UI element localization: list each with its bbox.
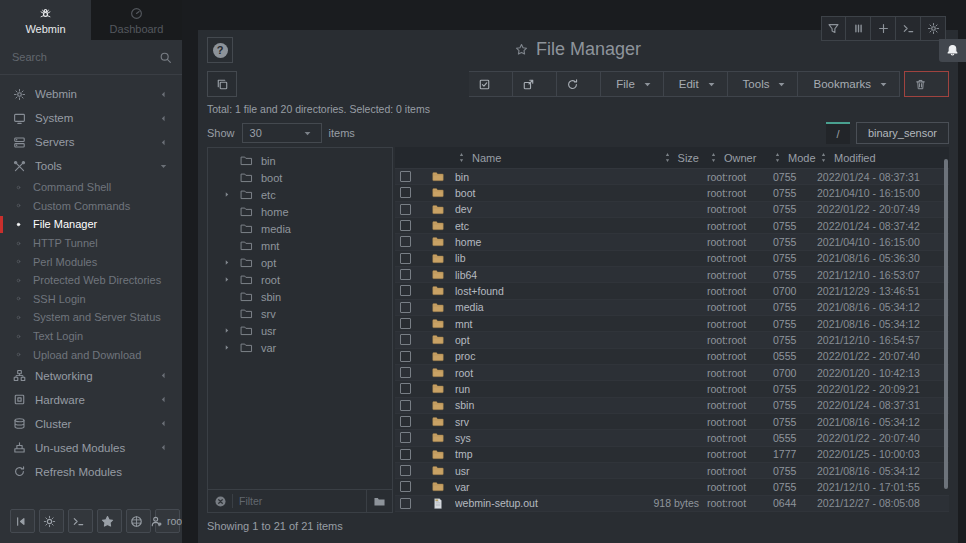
page-size-select[interactable]: 30 xyxy=(242,123,322,143)
mnt[interactable]: mnt root:root 0755 2021/08/16 - 05:34:12 xyxy=(395,316,949,332)
usr[interactable]: usr root:root 0755 2021/08/16 - 05:34:12 xyxy=(395,463,949,479)
lib[interactable]: lib root:root 0755 2021/08/16 - 05:36:30 xyxy=(395,251,949,267)
cell-name[interactable]: proc xyxy=(455,350,611,362)
favorites-button[interactable] xyxy=(97,509,122,533)
caret-right-icon[interactable] xyxy=(222,256,232,269)
cell-name[interactable]: opt xyxy=(455,334,611,346)
collapse-sidebar-button[interactable] xyxy=(10,509,35,533)
tab-webmin[interactable]: Webmin xyxy=(0,0,91,40)
row-checkbox[interactable] xyxy=(400,334,411,345)
media[interactable]: media root:root 0755 2021/08/16 - 05:34:… xyxy=(395,300,949,316)
sidebar-item-protected-web-directories[interactable]: Protected Web Directories xyxy=(0,271,182,290)
column-header-modified[interactable]: Modified xyxy=(817,151,939,164)
columns-button[interactable] xyxy=(846,16,871,41)
sort-icon[interactable] xyxy=(771,151,784,164)
user-button[interactable]: root xyxy=(155,509,180,533)
file-menu-button[interactable]: File xyxy=(601,71,664,97)
cell-name[interactable]: sbin xyxy=(455,399,611,411)
cell-name[interactable]: etc xyxy=(455,220,611,232)
row-checkbox[interactable] xyxy=(400,498,411,509)
paste-export-button[interactable] xyxy=(513,71,557,97)
sidebar-item-servers[interactable]: Servers xyxy=(0,130,182,154)
sort-icon[interactable] xyxy=(707,151,720,164)
breadcrumb-current[interactable]: binary_sensor xyxy=(856,122,949,144)
caret-right-icon[interactable] xyxy=(222,273,232,286)
row-checkbox[interactable] xyxy=(400,351,411,362)
tree-item[interactable]: usr xyxy=(208,322,392,339)
etc[interactable]: etc root:root 0755 2022/01/24 - 08:37:42 xyxy=(395,218,949,234)
sort-icon[interactable] xyxy=(817,151,830,164)
notifications-bell-button[interactable] xyxy=(939,39,966,62)
new-tab-button[interactable] xyxy=(871,16,896,41)
row-checkbox[interactable] xyxy=(400,269,411,280)
sidebar-item-file-manager[interactable]: File Manager xyxy=(0,215,182,234)
cell-name[interactable]: dev xyxy=(455,203,611,215)
row-checkbox[interactable] xyxy=(400,400,411,411)
cell-name[interactable]: mnt xyxy=(455,318,611,330)
filter-button[interactable] xyxy=(821,16,846,41)
sidebar-item-system-and-server-status[interactable]: System and Server Status xyxy=(0,308,182,327)
cell-name[interactable]: lib64 xyxy=(455,269,611,281)
goto-folder-button[interactable] xyxy=(366,490,392,512)
row-checkbox[interactable] xyxy=(400,416,411,427)
webmin-setup.out[interactable]: webmin-setup.out 918 bytes root:root 064… xyxy=(395,496,949,512)
sidebar-item-ssh-login[interactable]: SSH Login xyxy=(0,290,182,309)
bin[interactable]: bin root:root 0755 2022/01/24 - 08:37:31 xyxy=(395,169,949,185)
sidebar-item-networking[interactable]: Networking xyxy=(0,364,182,388)
sidebar-item-hardware[interactable]: Hardware xyxy=(0,388,182,412)
cell-name[interactable]: tmp xyxy=(455,448,611,460)
cell-name[interactable]: srv xyxy=(455,416,611,428)
sidebar-item-cluster[interactable]: Cluster xyxy=(0,412,182,436)
column-header-size[interactable]: Size xyxy=(611,151,701,164)
shell-button[interactable] xyxy=(68,509,93,533)
tree-item[interactable]: etc xyxy=(208,186,392,203)
tree-item[interactable]: home xyxy=(208,203,392,220)
opt[interactable]: opt root:root 0755 2021/12/10 - 16:54:57 xyxy=(395,332,949,348)
breadcrumb-root[interactable]: / xyxy=(826,122,850,144)
sidebar-item-command-shell[interactable]: Command Shell xyxy=(0,178,182,197)
var[interactable]: var root:root 0755 2021/12/10 - 17:01:55 xyxy=(395,479,949,495)
sidebar-item-upload-and-download[interactable]: Upload and Download xyxy=(0,345,182,364)
cell-name[interactable]: lib xyxy=(455,252,611,264)
column-header-mode[interactable]: Mode xyxy=(771,151,817,164)
sbin[interactable]: sbin root:root 0755 2022/01/24 - 08:37:3… xyxy=(395,398,949,414)
tmp[interactable]: tmp root:root 1777 2022/01/25 - 10:00:03 xyxy=(395,447,949,463)
row-checkbox[interactable] xyxy=(400,449,411,460)
dev[interactable]: dev root:root 0755 2022/01/22 - 20:07:49 xyxy=(395,202,949,218)
proc[interactable]: proc root:root 0555 2022/01/22 - 20:07:4… xyxy=(395,349,949,365)
caret-right-icon[interactable] xyxy=(222,188,232,201)
row-checkbox[interactable] xyxy=(400,481,411,492)
caret-right-icon[interactable] xyxy=(222,324,232,337)
select-all-button[interactable] xyxy=(469,71,513,97)
caret-right-icon[interactable] xyxy=(222,341,232,354)
sidebar-item-tools[interactable]: Tools xyxy=(0,154,182,178)
row-checkbox[interactable] xyxy=(400,171,411,182)
row-checkbox[interactable] xyxy=(400,367,411,378)
row-checkbox[interactable] xyxy=(400,220,411,231)
sidebar-item-system[interactable]: System xyxy=(0,106,182,130)
cell-name[interactable]: media xyxy=(455,301,611,313)
tree-item[interactable]: bin xyxy=(208,152,392,169)
tree-item[interactable]: media xyxy=(208,220,392,237)
tree-item[interactable]: root xyxy=(208,271,392,288)
sidebar-item-text-login[interactable]: Text Login xyxy=(0,327,182,346)
table-scrollbar[interactable] xyxy=(944,159,948,489)
star-icon[interactable] xyxy=(515,43,528,56)
tab-dashboard[interactable]: Dashboard xyxy=(91,0,182,40)
sidebar-item-custom-commands[interactable]: Custom Commands xyxy=(0,197,182,216)
lost+found[interactable]: lost+found root:root 0700 2021/12/29 - 1… xyxy=(395,283,949,299)
cell-name[interactable]: boot xyxy=(455,187,611,199)
sort-icon[interactable] xyxy=(455,151,468,164)
sidebar-item-refresh-modules[interactable]: Refresh Modules xyxy=(0,460,182,484)
cell-name[interactable]: sys xyxy=(455,432,611,444)
home[interactable]: home root:root 0755 2021/04/10 - 16:15:0… xyxy=(395,234,949,250)
search-input[interactable] xyxy=(0,51,182,63)
sidebar-item-http-tunnel[interactable]: HTTP Tunnel xyxy=(0,234,182,253)
sidebar-item-un-used-modules[interactable]: Un-used Modules xyxy=(0,436,182,460)
row-checkbox[interactable] xyxy=(400,302,411,313)
clear-filter-icon[interactable] xyxy=(214,495,227,508)
refresh-button[interactable] xyxy=(557,71,601,97)
sys[interactable]: sys root:root 0555 2022/01/22 - 20:07:40 xyxy=(395,430,949,446)
cell-name[interactable]: root xyxy=(455,367,611,379)
sort-icon[interactable] xyxy=(661,151,674,164)
